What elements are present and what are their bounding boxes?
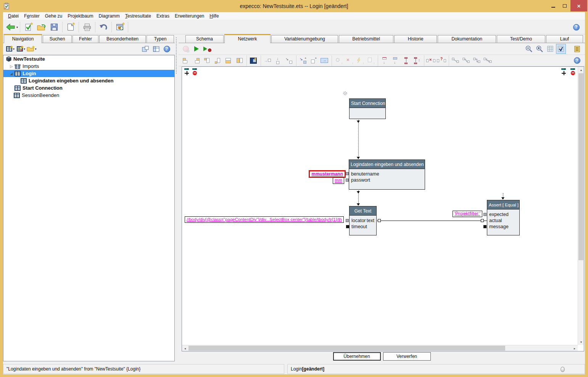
expander-expanded-icon[interactable]: ◢: [9, 72, 14, 76]
title-bar[interactable]: expecco: NewTestsuite.ets -- Login [geän…: [0, 0, 588, 12]
panel-splitter[interactable]: [175, 34, 179, 361]
pin-message[interactable]: message: [489, 224, 509, 230]
line-curve-button[interactable]: [461, 56, 471, 66]
align-right-button[interactable]: [192, 56, 201, 66]
tab-navigation[interactable]: Navigation: [4, 34, 42, 43]
line-straight-button[interactable]: [451, 56, 461, 66]
add-pin-down-button[interactable]: ↓: [273, 56, 283, 66]
stop-button[interactable]: [181, 44, 191, 54]
export-quick-button[interactable]: ↓: [355, 56, 365, 66]
diagram-nooutput-anchor-icon[interactable]: [570, 68, 576, 75]
menu-diagramm[interactable]: Diagramm: [96, 13, 122, 19]
add-output-pin-button[interactable]: ↘: [284, 56, 294, 66]
tab-fehler[interactable]: Fehler: [72, 35, 98, 43]
grid-snap-button[interactable]: [556, 44, 566, 54]
apply-button[interactable]: Übernehmen: [333, 352, 381, 361]
node-get-text[interactable]: Get Text locatortext timeout: [349, 206, 377, 235]
align-bottom-button[interactable]: [213, 56, 223, 66]
diagram-noinput-anchor-icon[interactable]: [192, 68, 198, 75]
pin-label-down2-button[interactable]: ↓: [390, 56, 400, 66]
value-locator[interactable]: //body/div[@class="pageContentDiv"]/div.…: [185, 216, 344, 223]
node-logindaten[interactable]: Logindaten eingeben und absenden benuter…: [349, 160, 425, 190]
tab-historie[interactable]: Historie: [394, 35, 437, 43]
node-start-connection[interactable]: Start Connection: [349, 98, 386, 119]
line-step-button[interactable]: [483, 56, 493, 66]
value-benutername[interactable]: mmustermann: [309, 170, 346, 178]
debug-button[interactable]: [202, 44, 212, 54]
input-pin-passwort[interactable]: [346, 179, 349, 182]
input-pin-timeout[interactable]: [346, 225, 349, 228]
input-pin-expected[interactable]: [483, 213, 487, 216]
maximize-icon[interactable]: [559, 0, 570, 11]
back-dropdown-icon[interactable]: ▾: [16, 26, 18, 29]
value-passwort[interactable]: mm: [333, 177, 344, 184]
tab-lauf[interactable]: Lauf: [546, 35, 583, 43]
scroll-up-icon[interactable]: ▲: [578, 67, 584, 73]
diagram-input-anchor-icon[interactable]: [184, 68, 190, 75]
tab-schema[interactable]: Schema: [185, 35, 224, 43]
minimize-icon[interactable]: [548, 0, 559, 11]
tab-betriebsmittel[interactable]: Betriebsmittel: [339, 35, 393, 43]
back-button[interactable]: ▾: [5, 21, 18, 33]
insert-block-button[interactable]: ★: [248, 56, 258, 66]
new-document-button[interactable]: ★: [64, 21, 77, 33]
connect-new-button[interactable]: ↘+: [298, 56, 308, 66]
tab-variablenumgebung[interactable]: Variablenumgebung: [271, 35, 338, 43]
tree-item-login[interactable]: ◢ Login: [3, 70, 174, 77]
connection-question-button[interactable]: ?: [437, 56, 446, 66]
menu-projektbaum[interactable]: Projektbaum: [65, 13, 96, 19]
reload-view-button[interactable]: ★: [113, 21, 126, 33]
scroll-down-icon[interactable]: ▼: [578, 339, 584, 345]
connection-delete-button[interactable]: ×: [426, 56, 436, 66]
tree-item-sessionbeenden[interactable]: SessionBeenden: [3, 92, 174, 99]
inline-node-button[interactable]: →: [319, 56, 329, 66]
new-folder-button[interactable]: ★ ▾: [27, 44, 37, 54]
menu-datei[interactable]: Datei: [5, 13, 21, 19]
align-left-button[interactable]: [181, 56, 191, 66]
open-button[interactable]: [35, 21, 48, 33]
tab-dokumentation[interactable]: Dokumentation: [438, 35, 496, 43]
tree-item-start-connection[interactable]: Start Connection: [3, 84, 174, 92]
tab-test-demo[interactable]: Test/Demo: [497, 35, 545, 43]
scroll-left-icon[interactable]: ◄: [182, 345, 188, 351]
print-button[interactable]: [81, 21, 93, 33]
align-top-button[interactable]: [202, 56, 212, 66]
pin-timeout[interactable]: timeout: [351, 224, 367, 230]
horizontal-scrollbar-thumb[interactable]: [188, 346, 505, 351]
gear-icon[interactable]: [343, 91, 348, 96]
pin-benutername[interactable]: benutername: [351, 171, 379, 177]
connector-vertical-button[interactable]: [401, 56, 411, 66]
new-node-button[interactable]: +: [309, 56, 319, 66]
add-input-pin-button[interactable]: →: [263, 56, 272, 66]
center-horizontal-button[interactable]: [224, 56, 234, 66]
input-pin-actual[interactable]: [481, 219, 484, 222]
undo-button[interactable]: [97, 21, 110, 33]
save-button[interactable]: [48, 21, 61, 33]
tab-netzwerk[interactable]: Netzwerk: [224, 34, 271, 43]
tab-suchen[interactable]: Suchen: [43, 35, 72, 43]
pin-text[interactable]: text: [367, 218, 374, 224]
discard-button[interactable]: Verwerfen: [383, 352, 431, 361]
center-vertical-button[interactable]: [234, 56, 244, 66]
export-delete-button[interactable]: ×↓: [344, 56, 354, 66]
vertical-scrollbar-thumb[interactable]: [578, 73, 583, 260]
run-button[interactable]: [192, 44, 201, 54]
tab-typen[interactable]: Typen: [147, 35, 174, 43]
zoom-in-button[interactable]: [535, 44, 545, 54]
input-pin-benutername[interactable]: [346, 172, 349, 175]
menu-erweiterungen[interactable]: Erweiterungen: [172, 13, 207, 19]
input-pin-locator[interactable]: [346, 219, 349, 222]
menu-hilfe[interactable]: Hilfe: [207, 13, 221, 19]
menu-testresultate[interactable]: Testresultate: [122, 13, 154, 19]
menu-gehe-zu[interactable]: Gehe zu: [42, 13, 65, 19]
pin-passwort[interactable]: passwort: [351, 177, 370, 183]
tree-item-logindaten[interactable]: Logindaten eingeben und absenden: [3, 77, 174, 84]
menu-fenster[interactable]: Fenster: [21, 13, 42, 19]
pin-expected[interactable]: expected: [489, 211, 509, 218]
tab-besonderheiten[interactable]: Besonderheiten: [99, 35, 146, 43]
close-icon[interactable]: ×: [570, 0, 587, 11]
new-block-alt-button[interactable]: × ★ ▾: [16, 44, 26, 54]
network-canvas[interactable]: Start Connection Logindaten eingeben und…: [182, 66, 584, 351]
pin-actual[interactable]: actual: [489, 218, 502, 224]
data-connection[interactable]: [377, 221, 487, 221]
